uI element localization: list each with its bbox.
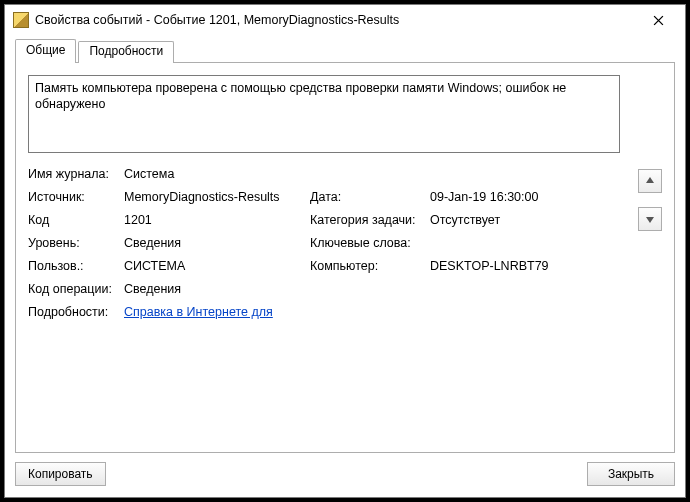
label-keywords: Ключевые слова: xyxy=(310,236,424,250)
empty xyxy=(310,167,424,181)
value-event-id: 1201 xyxy=(124,213,304,227)
record-nav xyxy=(638,169,662,231)
close-icon xyxy=(653,15,664,26)
footer: Копировать Закрыть xyxy=(15,459,675,489)
tabpanel-general: Память компьютера проверена с помощью ср… xyxy=(15,62,675,453)
label-date: Дата: xyxy=(310,190,424,204)
online-help-link[interactable]: Справка в Интернете для xyxy=(124,305,273,319)
value-task-category: Отсутствует xyxy=(430,213,580,227)
label-computer: Компьютер: xyxy=(310,259,424,273)
value-more-info: Справка в Интернете для xyxy=(124,305,304,319)
value-computer: DESKTOP-LNRBT79 xyxy=(430,259,580,273)
close-button[interactable] xyxy=(637,5,679,35)
label-level: Уровень: xyxy=(28,236,118,250)
value-opcode: Сведения xyxy=(124,282,304,296)
value-source: MemoryDiagnostics-Results xyxy=(124,190,304,204)
label-task-category: Категория задачи: xyxy=(310,213,424,227)
details-grid: Имя журнала: Система Источник: MemoryDia… xyxy=(28,167,662,319)
window-title: Свойства событий - Событие 1201, MemoryD… xyxy=(35,13,637,27)
tab-general[interactable]: Общие xyxy=(15,39,76,63)
label-source: Источник: xyxy=(28,190,118,204)
arrow-up-icon xyxy=(645,176,655,186)
tab-details[interactable]: Подробности xyxy=(78,41,174,63)
label-log-name: Имя журнала: xyxy=(28,167,118,181)
value-keywords xyxy=(430,236,580,250)
empty xyxy=(310,282,424,296)
event-message[interactable]: Память компьютера проверена с помощью ср… xyxy=(28,75,620,153)
event-properties-window: Свойства событий - Событие 1201, MemoryD… xyxy=(4,4,686,498)
app-icon xyxy=(13,12,29,28)
value-user: СИСТЕМА xyxy=(124,259,304,273)
empty xyxy=(430,305,580,319)
copy-button[interactable]: Копировать xyxy=(15,462,106,486)
label-opcode: Код операции: xyxy=(28,282,118,296)
prev-record-button[interactable] xyxy=(638,169,662,193)
empty xyxy=(430,167,580,181)
next-record-button[interactable] xyxy=(638,207,662,231)
label-event-id: Код xyxy=(28,213,118,227)
empty xyxy=(310,305,424,319)
value-level: Сведения xyxy=(124,236,304,250)
arrow-down-icon xyxy=(645,214,655,224)
label-user: Пользов.: xyxy=(28,259,118,273)
value-log-name: Система xyxy=(124,167,304,181)
label-more-info: Подробности: xyxy=(28,305,118,319)
empty xyxy=(430,282,580,296)
content-area: Общие Подробности Память компьютера пров… xyxy=(15,39,675,453)
value-date: 09-Jan-19 16:30:00 xyxy=(430,190,580,204)
close-dialog-button[interactable]: Закрыть xyxy=(587,462,675,486)
titlebar: Свойства событий - Событие 1201, MemoryD… xyxy=(5,5,685,35)
tabstrip: Общие Подробности xyxy=(15,39,675,63)
